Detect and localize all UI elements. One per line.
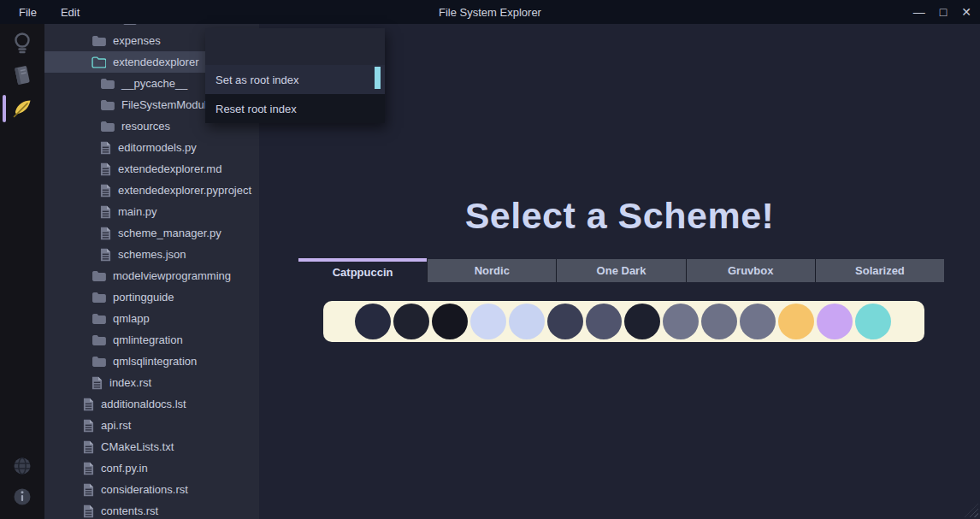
tree-item-label: modelviewprogramming (113, 269, 231, 282)
tab-gruvbox[interactable]: Gruvbox (686, 259, 815, 282)
active-indicator (3, 95, 6, 122)
context-menu-item[interactable]: Reset root index (205, 94, 385, 123)
tree-row[interactable]: CMakeLists.txt (44, 436, 259, 457)
menu-scrollbar-handle[interactable] (375, 67, 381, 89)
file-icon (92, 376, 103, 390)
file-icon (83, 504, 94, 518)
context-menu-padding (205, 28, 385, 65)
tree-row[interactable]: additionaldocs.lst (44, 393, 259, 415)
close-button[interactable]: ✕ (961, 0, 971, 24)
tree-row[interactable]: api.rst (44, 415, 259, 436)
tree-item-label: extendedexplorer.md (118, 162, 221, 175)
tree-row[interactable]: modelviewprogramming (44, 265, 259, 286)
tree-item-label: extendedexplorer (113, 56, 198, 68)
context-menu-item-label: Reset root index (215, 103, 297, 115)
context-menu: Set as root indexReset root index (205, 28, 385, 123)
menu-file[interactable]: File (7, 6, 49, 19)
folder-icon (122, 24, 137, 26)
tree-item-label: contents.rst (101, 504, 158, 517)
color-swatch (509, 304, 545, 339)
color-swatch (470, 304, 506, 339)
color-swatch (355, 304, 391, 339)
tab-nordic[interactable]: Nordic (427, 259, 556, 282)
folder-icon (92, 292, 106, 304)
file-icon (83, 440, 94, 454)
tree-item-label: scheme_manager.py (118, 227, 221, 239)
tree-row[interactable]: main.py (44, 201, 259, 222)
color-swatch (432, 304, 468, 339)
file-icon (100, 184, 111, 198)
tab-catppuccin[interactable]: Catppuccin (298, 258, 427, 282)
page-title: Select a Scheme! (259, 195, 980, 237)
tab-solarized[interactable]: Solarized (815, 259, 944, 282)
maximize-button[interactable]: □ (940, 0, 947, 24)
tree-item-label: extendedexplorer.pyproject (118, 184, 251, 197)
menu-edit[interactable]: Edit (49, 6, 92, 19)
tree-item-label: CMakeLists.txt (101, 440, 174, 453)
tree-row[interactable]: portingguide (44, 286, 259, 308)
folder-icon (92, 313, 106, 325)
tree-item-label: resources (121, 120, 170, 133)
tree-row[interactable]: considerations.rst (44, 479, 259, 500)
file-icon (83, 419, 94, 433)
lightbulb-icon[interactable] (0, 27, 44, 60)
tree-item-label: considerations.rst (101, 483, 188, 496)
title-bar: FileEdit File System Explorer —□✕ (0, 0, 980, 24)
color-swatch (817, 304, 853, 339)
folder-open-icon (92, 56, 106, 68)
info-icon[interactable] (0, 481, 44, 513)
tree-row[interactable]: schemes.json (44, 244, 259, 265)
tree-item-label: editormodels.py (118, 141, 197, 154)
color-swatch (393, 304, 429, 339)
color-palette (323, 301, 924, 342)
tree-row[interactable]: scheme_manager.py (44, 222, 259, 244)
color-swatch (701, 304, 737, 339)
window-title: File System Explorer (0, 0, 980, 24)
color-swatch (778, 304, 814, 339)
tree-item-label: qmlsqlintegration (113, 355, 197, 368)
tree-item-label: schemes.json (118, 248, 186, 261)
folder-icon (92, 35, 106, 47)
color-swatch (740, 304, 776, 339)
tree-item-label: expenses (113, 34, 161, 47)
tree-row[interactable]: index.rst (44, 372, 259, 393)
file-icon (100, 162, 111, 176)
folder-icon (92, 334, 106, 346)
folder-icon (92, 270, 106, 282)
tree-row[interactable]: extendedexplorer.pyproject (44, 180, 259, 201)
context-menu-item[interactable]: Set as root index (205, 65, 385, 94)
tree-item-label: conf.py.in (101, 462, 148, 475)
file-icon (83, 483, 94, 497)
feather-icon[interactable] (0, 92, 44, 125)
tree-item-label: __pycache__ (121, 77, 187, 90)
tree-item-label: additionaldocs.lst (101, 398, 186, 410)
tab-one-dark[interactable]: One Dark (556, 259, 685, 282)
file-icon (100, 227, 111, 240)
scheme-tabs: CatppuccinNordicOne DarkGruvboxSolarized (298, 258, 944, 282)
tree-row[interactable]: qmlsqlintegration (44, 351, 259, 372)
color-swatch (586, 304, 622, 339)
tree-item-label: api.rst (101, 419, 131, 432)
tree-row[interactable]: conf.py.in (44, 457, 259, 479)
app-window: FileEdit File System Explorer —□✕ expens… (0, 0, 980, 519)
tree-item-label: main.py (118, 205, 157, 218)
file-icon (100, 248, 111, 262)
window-controls: —□✕ (913, 0, 971, 24)
tree-row[interactable]: contents.rst (44, 500, 259, 519)
tree-row[interactable]: extendedexplorer.md (44, 158, 259, 180)
tree-item-label: FileSystemModule (121, 98, 213, 111)
globe-icon[interactable] (0, 450, 44, 482)
book-icon[interactable] (0, 59, 44, 91)
tree-row[interactable]: qmlapp (44, 308, 259, 329)
file-icon (83, 462, 94, 475)
activity-bar (0, 24, 44, 519)
folder-icon (100, 99, 115, 111)
context-menu-item-label: Set as root index (215, 74, 299, 86)
minimize-button[interactable]: — (913, 0, 925, 24)
tree-row[interactable]: editormodels.py (44, 137, 259, 158)
file-icon (100, 205, 111, 219)
tree-row[interactable]: qmlintegration (44, 329, 259, 351)
resize-grip[interactable] (965, 504, 978, 517)
tree-item-label: qmlapp (113, 312, 150, 325)
tree-item-label: portingguide (113, 291, 174, 304)
